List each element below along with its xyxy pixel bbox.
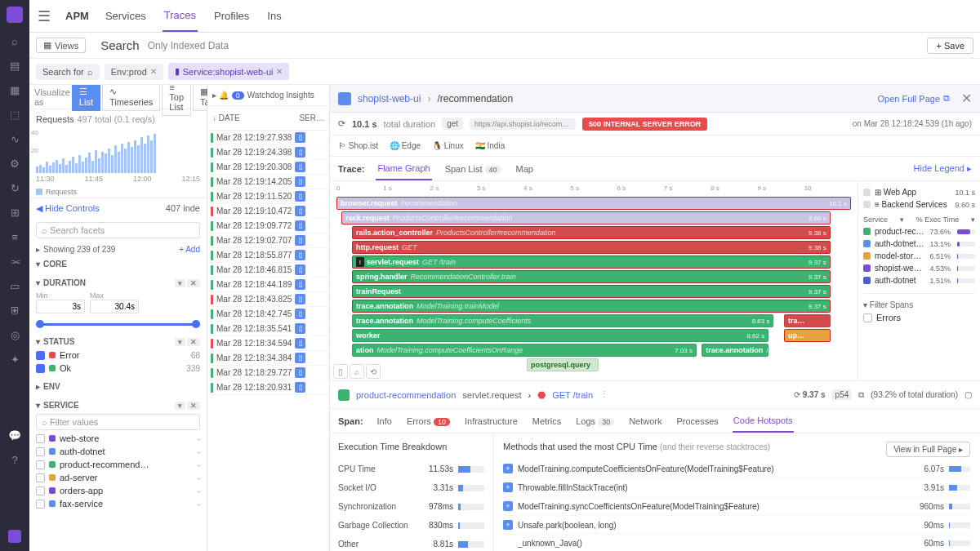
flame-span[interactable]: !servlet.requestGET /train9.37 s bbox=[352, 256, 831, 269]
legend-service[interactable]: auth-dotnet1.51% bbox=[863, 274, 975, 287]
trace-row[interactable]: Mar 28 12:18:29.727▯ bbox=[207, 366, 329, 380]
help-icon[interactable]: ? bbox=[8, 454, 21, 467]
trace-row[interactable]: Mar 28 12:18:44.189▯ bbox=[207, 278, 329, 292]
spantab-errors[interactable]: Errors 10 bbox=[406, 411, 451, 432]
spantab-info[interactable]: Info bbox=[376, 411, 393, 432]
method-row[interactable]: +Unsafe.park(boolean, long)90ms bbox=[503, 516, 970, 535]
logo-icon[interactable] bbox=[7, 7, 23, 23]
legend-service[interactable]: product-recom…73.6% bbox=[863, 225, 975, 238]
service-item[interactable]: fax-service- bbox=[36, 497, 200, 510]
span-resource[interactable]: GET /train bbox=[552, 390, 593, 400]
tab-map[interactable]: Map bbox=[514, 158, 535, 180]
trace-row[interactable]: Mar 28 12:18:20.931▯ bbox=[207, 380, 329, 395]
method-row[interactable]: _unknown_Java()60ms bbox=[503, 535, 970, 551]
flame-span[interactable]: trace.annotationModelTraining.computeCoe… bbox=[352, 314, 774, 327]
book-icon[interactable]: ▭ bbox=[8, 279, 21, 292]
trace-row[interactable]: Mar 28 12:18:46.815▯ bbox=[207, 263, 329, 278]
flame-span[interactable]: http.requestGET9.38 s bbox=[352, 241, 831, 254]
tab-profiles[interactable]: Profiles bbox=[212, 1, 251, 31]
service-item[interactable]: orders-app- bbox=[36, 484, 200, 497]
method-row[interactable]: +Throwable.fillInStackTrace(int)3.91s bbox=[503, 478, 970, 497]
puzzle-icon[interactable]: ⊞ bbox=[8, 206, 21, 219]
tab-flame[interactable]: Flame Graph bbox=[376, 158, 431, 180]
trace-row[interactable]: Mar 28 12:18:34.594▯ bbox=[207, 336, 329, 351]
service-item[interactable]: ad-server- bbox=[36, 471, 200, 484]
shield-icon[interactable]: ⛨ bbox=[8, 304, 21, 317]
search-for-chip[interactable]: Search for ⌕ bbox=[36, 64, 100, 80]
spantab-metrics[interactable]: Metrics bbox=[532, 411, 562, 432]
method-row[interactable]: +ModelTraining.computeCoefficientsOnFeat… bbox=[503, 460, 970, 478]
flame-span[interactable]: spring.handlerRecommendationController.t… bbox=[352, 270, 831, 283]
flame-span[interactable]: up… bbox=[784, 329, 831, 342]
spantab-processes[interactable]: Processes bbox=[676, 411, 719, 432]
gear-icon[interactable]: ⚙ bbox=[8, 157, 21, 170]
flame-span[interactable]: trace.annotationModelTraining.trainModel… bbox=[352, 300, 831, 313]
bookmark-icon[interactable]: ▢ bbox=[964, 390, 972, 399]
chat-icon[interactable]: 💬 bbox=[8, 429, 21, 442]
vis-list[interactable]: ☰ List bbox=[72, 85, 100, 111]
facet-service[interactable]: ▾ Service▾✕ bbox=[36, 398, 200, 412]
vis-timeseries[interactable]: ∿ Timeseries bbox=[102, 85, 160, 111]
list-icon[interactable]: ≡ bbox=[8, 230, 21, 243]
hide-legend[interactable]: Hide Legend ▸ bbox=[914, 163, 972, 174]
service-item[interactable]: auth-dotnet- bbox=[36, 445, 200, 458]
dash-icon[interactable]: ▤ bbox=[8, 59, 21, 72]
tab-spanlist[interactable]: Span List 40 bbox=[443, 158, 503, 180]
link-icon[interactable]: ⫘ bbox=[8, 255, 21, 268]
facet-core[interactable]: ▾ CORE bbox=[36, 257, 200, 271]
service-filter[interactable]: ⌕ Filter values bbox=[36, 414, 200, 430]
duration-min[interactable] bbox=[36, 300, 85, 313]
trace-row[interactable]: Mar 28 12:19:27.938▯ bbox=[207, 131, 329, 145]
sparkle-icon[interactable]: ✦ bbox=[8, 353, 21, 366]
span-service[interactable]: product-recommendation bbox=[356, 390, 456, 400]
ci-icon[interactable]: ↻ bbox=[8, 181, 21, 194]
trace-row[interactable]: Mar 28 12:18:43.825▯ bbox=[207, 292, 329, 307]
spantab-infra[interactable]: Infrastructure bbox=[464, 411, 519, 432]
flame-span[interactable]: browser.request/recommendation10.1 s bbox=[336, 197, 851, 210]
target-icon[interactable]: ◎ bbox=[8, 328, 21, 341]
trace-row[interactable]: Mar 28 12:18:55.877▯ bbox=[207, 248, 329, 263]
add-facet[interactable]: + Add bbox=[179, 245, 200, 254]
service-item[interactable]: web-store- bbox=[36, 432, 200, 445]
filter-errors[interactable]: Errors bbox=[863, 311, 975, 324]
facet-duration[interactable]: ▾ Duration▾✕ bbox=[36, 276, 200, 290]
menu-icon[interactable]: ☰ bbox=[38, 7, 51, 25]
spantab-network[interactable]: Network bbox=[628, 411, 662, 432]
env-chip[interactable]: Env:prod ✕ bbox=[105, 64, 163, 80]
facet-env[interactable]: ▸ Env bbox=[36, 380, 200, 393]
tab-services[interactable]: Services bbox=[104, 1, 148, 31]
trace-row[interactable]: Mar 28 12:19:14.205▯ bbox=[207, 175, 329, 189]
tool-reset-icon[interactable]: ⟲ bbox=[366, 364, 381, 379]
trace-row[interactable]: Mar 28 12:19:24.398▯ bbox=[207, 145, 329, 160]
duration-max[interactable] bbox=[90, 300, 139, 313]
tab-traces[interactable]: Traces bbox=[163, 0, 198, 32]
trace-row[interactable]: Mar 28 12:19:10.472▯ bbox=[207, 204, 329, 219]
status-error[interactable]: Error68 bbox=[36, 349, 200, 362]
tab-instr[interactable]: Ins bbox=[265, 1, 283, 31]
avatar[interactable] bbox=[8, 530, 21, 543]
views-button[interactable]: ▦ Views bbox=[36, 38, 86, 53]
method-row[interactable]: +ModelTraining.syncCoefficientsOnFeature… bbox=[503, 497, 970, 516]
open-full-page[interactable]: Open Full Page ⧉ bbox=[878, 93, 950, 104]
tool-select-icon[interactable]: ▯ bbox=[333, 364, 348, 379]
status-ok[interactable]: Ok339 bbox=[36, 362, 200, 375]
flame-span[interactable]: worker8.62 s bbox=[352, 329, 768, 342]
facet-status[interactable]: ▾ Status▾✕ bbox=[36, 335, 200, 349]
legend-service[interactable]: shopist-web-ui4.53% bbox=[863, 262, 975, 274]
duration-slider[interactable] bbox=[36, 318, 200, 330]
trace-row[interactable]: Mar 28 12:18:34.384▯ bbox=[207, 351, 329, 366]
spantab-logs[interactable]: Logs 30 bbox=[575, 411, 615, 432]
trace-row[interactable]: Mar 28 12:18:42.745▯ bbox=[207, 307, 329, 322]
flame-span[interactable]: rails.action_controllerProductsControlle… bbox=[352, 226, 831, 239]
legend-service[interactable]: model-storage6.51% bbox=[863, 250, 975, 262]
close-icon[interactable]: ✕ bbox=[961, 91, 972, 106]
hide-controls[interactable]: ◀ Hide Controls bbox=[36, 203, 100, 214]
facet-search[interactable]: ⌕ Search facets bbox=[36, 222, 200, 238]
service-item[interactable]: product-recommend…- bbox=[36, 458, 200, 471]
flame-span[interactable]: rack.requestProductsController#recommend… bbox=[341, 211, 831, 224]
crumb-service[interactable]: shopist-web-ui bbox=[358, 93, 421, 104]
flame-span[interactable]: trainRequest9.37 s bbox=[352, 285, 831, 298]
chart-icon[interactable]: ∿ bbox=[8, 132, 21, 145]
apm-icon[interactable]: ⬚ bbox=[8, 108, 21, 121]
tool-zoom-icon[interactable]: ⌕ bbox=[350, 364, 364, 379]
